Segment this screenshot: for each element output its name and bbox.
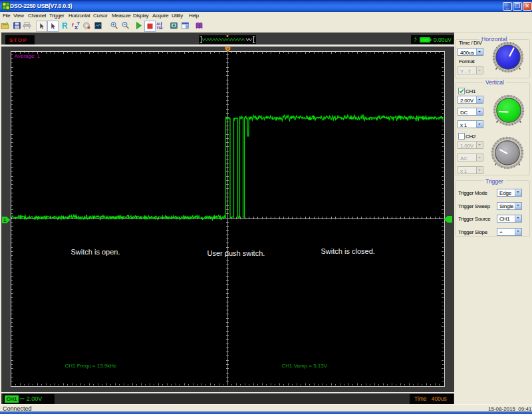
- svg-text:0.00uV: 0.00uV: [434, 36, 452, 43]
- svg-text:f: f: [72, 22, 74, 28]
- svg-text:1: 1: [3, 217, 7, 223]
- svg-text:R: R: [62, 21, 68, 30]
- svg-text:x: x: [74, 24, 78, 30]
